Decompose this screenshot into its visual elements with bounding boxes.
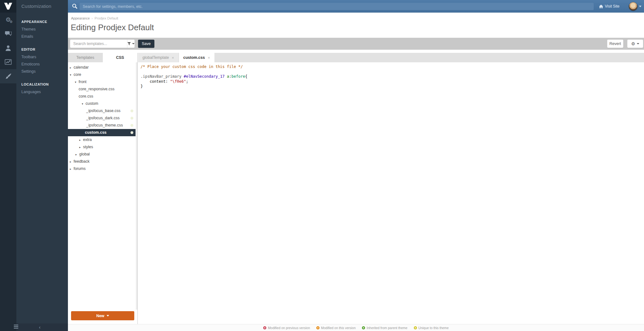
status-dot xyxy=(414,326,417,329)
status-dot xyxy=(362,326,365,329)
sidebar-item-emails[interactable]: Emails xyxy=(16,33,68,40)
tab-css[interactable]: CSS xyxy=(103,53,138,62)
tree-file-custom-css[interactable]: custom.css xyxy=(68,129,136,136)
gear-icon: ⚙ xyxy=(631,42,635,46)
editor-tab-globaltemplate[interactable]: globalTemplate × xyxy=(138,53,179,62)
tree-folder-feedback[interactable]: ▸feedback xyxy=(68,158,136,165)
tree-chevron-down-icon[interactable]: ▾ xyxy=(75,79,79,86)
tree-folder-custom[interactable]: ▾custom xyxy=(68,100,136,107)
tree-chevron-right-icon[interactable]: ▸ xyxy=(75,151,79,158)
legend-label: Modified on previous version xyxy=(268,326,310,330)
sidebar-section-editor: EDITORToolbarsEmoticonsSettings xyxy=(16,40,68,75)
tree-item-label: global xyxy=(79,152,90,156)
tree-folder-styles[interactable]: ▸styles xyxy=(68,143,136,151)
revert-button[interactable]: Revert xyxy=(607,40,623,48)
editor-tab-custom-css[interactable]: custom.css × xyxy=(179,53,214,62)
tree-item-label: _ipsfocus_theme.css xyxy=(86,123,123,127)
tree-folder-front[interactable]: ▾front xyxy=(68,78,136,86)
new-chevron-down-icon xyxy=(107,315,109,317)
settings-dropdown-button[interactable]: ⚙ xyxy=(627,40,643,48)
tree-folder-calendar[interactable]: ▸calendar xyxy=(68,64,136,71)
tree-chevron-right-icon[interactable]: ▸ xyxy=(79,144,83,151)
legend-item-unique-to-this-theme: Unique to this theme xyxy=(414,326,449,330)
sidebar-item-emoticons[interactable]: Emoticons xyxy=(16,61,68,68)
tree-chevron-right-icon[interactable]: ▸ xyxy=(70,64,74,71)
tree-file-core-css[interactable]: core.css xyxy=(68,93,136,100)
filter-dropdown-button[interactable] xyxy=(127,40,135,48)
global-search-input[interactable] xyxy=(80,3,594,10)
settings-chevron-down-icon xyxy=(637,43,639,44)
system-gears-icon[interactable]: ⚙ ⚙ xyxy=(0,13,16,27)
new-file-button[interactable]: New xyxy=(71,311,134,320)
sidebar: Customization APPEARANCEThemesEmailsEDIT… xyxy=(16,0,68,331)
search-icon xyxy=(72,3,78,9)
legend-label: Inherited from parent theme xyxy=(367,326,408,330)
status-badge xyxy=(130,124,133,127)
user-menu-chevron-down-icon[interactable] xyxy=(639,6,641,7)
user-avatar[interactable] xyxy=(629,2,637,11)
customization-brush-icon[interactable] xyxy=(0,69,16,83)
visit-site-button[interactable]: Visit Site xyxy=(599,0,619,13)
file-tree: ▸calendar▾core▾frontcore_responsive.cssc… xyxy=(68,62,136,310)
code-line: content: "\f0e6"; xyxy=(141,79,644,84)
status-badge xyxy=(130,117,133,120)
tree-scrollbar[interactable] xyxy=(136,62,137,310)
sidebar-item-toolbars[interactable]: Toolbars xyxy=(16,53,68,61)
tree-item-label: core_responsive.css xyxy=(79,87,114,91)
code-line: } xyxy=(141,84,644,89)
tree-chevron-right-icon[interactable]: ▸ xyxy=(70,166,74,173)
tree-chevron-down-icon[interactable]: ▾ xyxy=(82,100,86,108)
legend-label: Modified on this version xyxy=(321,326,356,330)
breadcrumb: Appearance › Prodjex Default xyxy=(71,16,118,20)
home-icon xyxy=(599,4,603,8)
sidebar-item-languages[interactable]: Languages xyxy=(16,88,68,96)
tree-file-ipsfocus-dark-css[interactable]: _ipsfocus_dark.css xyxy=(68,115,136,122)
tree-chevron-right-icon[interactable]: ▸ xyxy=(79,137,83,144)
code-line xyxy=(141,70,644,75)
panel-tab-bar: Templates CSS xyxy=(68,53,137,62)
code-line: .ipsNavBar_primary #elNavSecondary_17 a:… xyxy=(141,74,644,79)
status-dot xyxy=(263,326,266,329)
file-panel: Templates CSS ▸calendar▾core▾frontcore_r… xyxy=(68,53,138,324)
close-tab-icon[interactable]: × xyxy=(208,55,210,60)
collapse-sidebar-icon[interactable]: ‹ xyxy=(39,325,41,330)
tree-folder-extra[interactable]: ▸extra xyxy=(68,136,136,143)
editor-tab-label: globalTemplate xyxy=(142,55,169,60)
tree-folder-forums[interactable]: ▸forums xyxy=(68,165,136,172)
community-chat-icon[interactable] xyxy=(0,27,16,41)
code-textarea[interactable]: /* Place your custom css code in this fi… xyxy=(138,62,644,324)
tree-file-ipsfocus-base-css[interactable]: _ipsfocus_base.css xyxy=(68,107,136,115)
tree-file-ipsfocus-theme-css[interactable]: _ipsfocus_theme.css xyxy=(68,122,136,129)
sidebar-section-localization: LOCALIZATIONLanguages xyxy=(16,75,68,96)
tree-item-label: styles xyxy=(83,145,93,149)
tree-item-label: extra xyxy=(83,137,92,142)
sidebar-item-settings[interactable]: Settings xyxy=(16,68,68,75)
tree-chevron-down-icon[interactable]: ▾ xyxy=(70,71,74,79)
template-search-group xyxy=(70,40,135,48)
close-tab-icon[interactable]: × xyxy=(172,55,174,60)
sidebar-section-header: EDITOR xyxy=(16,48,68,53)
main-content: Appearance › Prodjex Default Editing Pro… xyxy=(68,13,644,331)
tab-templates[interactable]: Templates xyxy=(68,53,103,62)
brush-glyph xyxy=(5,73,12,80)
legend-item-modified-on-this-version: Modified on this version xyxy=(316,326,356,330)
template-search-input[interactable] xyxy=(70,40,127,48)
breadcrumb-appearance-link[interactable]: Appearance xyxy=(71,16,90,20)
tree-item-label: calendar xyxy=(74,65,89,70)
sidebar-item-themes[interactable]: Themes xyxy=(16,26,68,33)
hamburger-menu-icon[interactable] xyxy=(14,325,18,328)
editor-tab-bar: globalTemplate × custom.css × xyxy=(138,53,644,62)
tree-folder-core[interactable]: ▾core xyxy=(68,71,136,78)
filter-chevron-down-icon xyxy=(132,43,135,44)
stats-chart-icon[interactable] xyxy=(0,55,16,69)
tree-file-core-responsive-css[interactable]: core_responsive.css xyxy=(68,86,136,93)
save-button[interactable]: Save xyxy=(138,40,154,48)
new-button-label: New xyxy=(96,314,104,318)
status-badge xyxy=(130,131,133,134)
tree-folder-global[interactable]: ▸global xyxy=(68,151,136,158)
topbar: Visit Site xyxy=(68,0,644,13)
tree-chevron-right-icon[interactable]: ▸ xyxy=(70,158,74,166)
members-person-icon[interactable] xyxy=(0,41,16,55)
invision-v-logo[interactable] xyxy=(0,0,16,13)
visit-site-label: Visit Site xyxy=(605,4,619,8)
